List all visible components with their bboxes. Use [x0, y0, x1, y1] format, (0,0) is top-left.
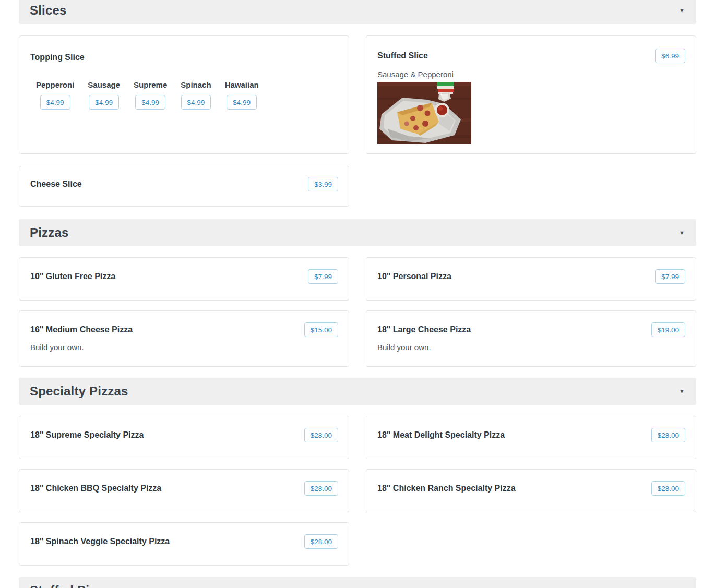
variant-label: Supreme	[134, 80, 167, 89]
section-title: Pizzas	[30, 225, 69, 240]
item-name: 10" Gluten Free Pizza	[30, 269, 115, 284]
variant-option: Pepperoni $4.99	[36, 80, 74, 110]
price-button[interactable]: $4.99	[89, 95, 119, 110]
section-title: Stuffed Pizzas	[30, 583, 116, 588]
price-button[interactable]: $7.99	[655, 269, 685, 284]
price-button[interactable]: $4.99	[40, 95, 70, 110]
variant-option: Sausage $4.99	[88, 80, 120, 110]
menu-item-card-topping-slice: Topping Slice Pepperoni $4.99 Sausage $4…	[19, 35, 349, 154]
section-title: Slices	[30, 3, 67, 18]
menu-item-card: 16" Medium Cheese Pizza $15.00 Build you…	[19, 310, 349, 367]
section-header-pizzas[interactable]: Pizzas ▼	[19, 219, 696, 246]
variant-option: Spinach $4.99	[181, 80, 211, 110]
price-button[interactable]: $15.00	[304, 322, 338, 337]
item-name: 10" Personal Pizza	[377, 269, 451, 284]
menu-item-card: 18" Large Cheese Pizza $19.00 Build your…	[366, 310, 696, 367]
menu-item-card: 18" Chicken BBQ Specialty Pizza $28.00	[19, 469, 349, 512]
item-name: Topping Slice	[30, 50, 85, 65]
item-name: 18" Chicken Ranch Specialty Pizza	[377, 481, 516, 496]
item-name: 18" Meat Delight Specialty Pizza	[377, 428, 505, 442]
menu-page: Slices ▼ Topping Slice Pepperoni $4.99 S…	[19, 0, 696, 588]
item-name: 16" Medium Cheese Pizza	[30, 322, 133, 337]
item-description: Build your own.	[366, 337, 696, 352]
variant-label: Hawaiian	[225, 80, 259, 89]
section-header-specialty-pizzas[interactable]: Specialty Pizzas ▼	[19, 378, 696, 405]
section-header-stuffed-pizzas[interactable]: Stuffed Pizzas ▼	[19, 577, 696, 588]
menu-item-card: 18" Supreme Specialty Pizza $28.00	[19, 416, 349, 459]
variant-label: Sausage	[88, 80, 120, 89]
price-button[interactable]: $28.00	[651, 428, 685, 442]
price-button[interactable]: $4.99	[181, 95, 211, 110]
variant-option: Hawaiian $4.99	[225, 80, 259, 110]
menu-item-card-stuffed-slice: Stuffed Slice $6.99 Sausage & Pepperoni	[366, 35, 696, 154]
price-button[interactable]: $28.00	[304, 428, 338, 442]
item-name: 18" Chicken BBQ Specialty Pizza	[30, 481, 161, 496]
section-header-slices[interactable]: Slices ▼	[19, 0, 696, 24]
price-button[interactable]: $4.99	[227, 95, 257, 110]
menu-item-card: 18" Meat Delight Specialty Pizza $28.00	[366, 416, 696, 459]
stuffed-slice-photo	[377, 82, 471, 144]
chevron-down-icon[interactable]: ▼	[679, 230, 685, 236]
price-button[interactable]: $4.99	[135, 95, 165, 110]
chevron-down-icon[interactable]: ▼	[679, 8, 685, 14]
item-name: 18" Large Cheese Pizza	[377, 322, 471, 337]
variant-option: Supreme $4.99	[134, 80, 167, 110]
price-button[interactable]: $7.99	[308, 269, 338, 284]
menu-item-card: 18" Chicken Ranch Specialty Pizza $28.00	[366, 469, 696, 512]
menu-item-card: 10" Gluten Free Pizza $7.99	[19, 257, 349, 301]
price-button[interactable]: $28.00	[304, 534, 338, 549]
menu-item-card: 18" Spinach Veggie Specialty Pizza $28.0…	[19, 522, 349, 566]
price-button[interactable]: $3.99	[308, 177, 338, 191]
variant-list: Pepperoni $4.99 Sausage $4.99 Supreme $4…	[19, 80, 349, 110]
variant-label: Pepperoni	[36, 80, 74, 89]
item-name: Cheese Slice	[30, 177, 82, 191]
variant-label: Spinach	[181, 80, 211, 89]
chevron-down-icon[interactable]: ▼	[679, 389, 685, 394]
menu-item-card-cheese-slice: Cheese Slice $3.99	[19, 166, 349, 207]
item-description: Sausage & Pepperoni	[366, 63, 696, 79]
price-button[interactable]: $28.00	[651, 481, 685, 496]
price-button[interactable]: $28.00	[304, 481, 338, 496]
item-name: 18" Supreme Specialty Pizza	[30, 428, 144, 442]
price-button[interactable]: $6.99	[655, 49, 685, 63]
item-name: 18" Spinach Veggie Specialty Pizza	[30, 534, 170, 549]
price-button[interactable]: $19.00	[651, 322, 685, 337]
item-description: Build your own.	[19, 337, 349, 352]
item-name: Stuffed Slice	[377, 49, 428, 63]
section-title: Specialty Pizzas	[30, 384, 128, 399]
menu-item-card: 10" Personal Pizza $7.99	[366, 257, 696, 301]
